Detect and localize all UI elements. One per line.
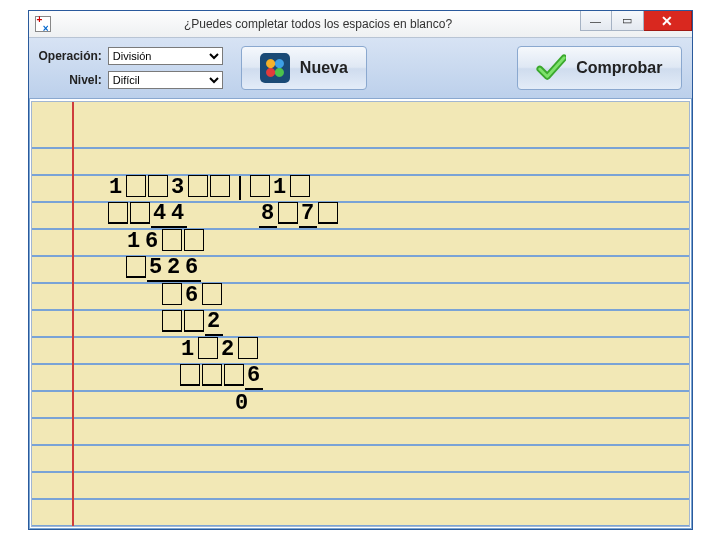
blank-input[interactable]	[238, 337, 258, 359]
blank-input[interactable]	[290, 175, 310, 197]
digit: 1	[271, 174, 289, 201]
blank-input[interactable]	[148, 175, 168, 197]
digit: 4	[151, 201, 169, 228]
digit: 1	[107, 174, 125, 201]
blank-input[interactable]	[250, 175, 270, 197]
blank-input[interactable]	[202, 364, 222, 386]
level-label: Nivel:	[39, 73, 102, 87]
digit: 6	[245, 363, 263, 390]
digit: 6	[183, 255, 201, 282]
new-button[interactable]: Nueva	[241, 46, 367, 90]
digit: 5	[147, 255, 165, 282]
blank-input[interactable]	[184, 229, 204, 251]
digit: 1	[125, 228, 143, 255]
blank-input[interactable]	[202, 283, 222, 305]
digit: 6	[183, 282, 201, 309]
operation-select[interactable]: SumaRestaMultiplicaciónDivisión	[108, 47, 223, 65]
level-select[interactable]: FácilMedioDifícil	[108, 71, 223, 89]
digit: 3	[169, 174, 187, 201]
digit: 2	[205, 309, 223, 336]
titlebar: ¿Puedes completar todos los espacios en …	[29, 11, 692, 38]
digit: 6	[143, 228, 161, 255]
close-button[interactable]: ✕	[644, 11, 692, 31]
digit: 1	[179, 336, 197, 363]
blank-input[interactable]	[210, 175, 230, 197]
blank-input[interactable]	[130, 202, 150, 224]
blank-input[interactable]	[126, 256, 146, 278]
minimize-button[interactable]: —	[580, 11, 612, 31]
maximize-button[interactable]: ▭	[612, 11, 644, 31]
blank-input[interactable]	[184, 310, 204, 332]
check-icon	[536, 53, 566, 83]
digit: 2	[219, 336, 237, 363]
digit: 7	[299, 201, 317, 228]
check-button-label: Comprobar	[576, 59, 662, 77]
division-bar	[239, 176, 241, 200]
blank-input[interactable]	[188, 175, 208, 197]
worksheet: 131448716526621260	[31, 101, 690, 527]
window-buttons: — ▭ ✕	[580, 11, 692, 37]
blank-input[interactable]	[198, 337, 218, 359]
digit: 2	[165, 255, 183, 282]
blank-input[interactable]	[180, 364, 200, 386]
controls-grid: Operación: SumaRestaMultiplicaciónDivisi…	[39, 47, 223, 89]
dice-icon	[260, 53, 290, 83]
window-title: ¿Puedes completar todos los espacios en …	[57, 17, 580, 31]
margin-line	[72, 102, 74, 526]
digit: 8	[259, 201, 277, 228]
blank-input[interactable]	[278, 202, 298, 224]
operation-label: Operación:	[39, 49, 102, 63]
blank-input[interactable]	[162, 229, 182, 251]
division-problem: 131448716526621260	[107, 174, 339, 417]
new-button-label: Nueva	[300, 59, 348, 77]
blank-input[interactable]	[162, 283, 182, 305]
digit: 0	[233, 390, 251, 417]
app-window: ¿Puedes completar todos los espacios en …	[28, 10, 693, 530]
app-icon	[35, 16, 51, 32]
blank-input[interactable]	[318, 202, 338, 224]
blank-input[interactable]	[224, 364, 244, 386]
toolbar: Operación: SumaRestaMultiplicaciónDivisi…	[29, 38, 692, 99]
blank-input[interactable]	[108, 202, 128, 224]
blank-input[interactable]	[126, 175, 146, 197]
digit: 4	[169, 201, 187, 228]
blank-input[interactable]	[162, 310, 182, 332]
check-button[interactable]: Comprobar	[517, 46, 681, 90]
